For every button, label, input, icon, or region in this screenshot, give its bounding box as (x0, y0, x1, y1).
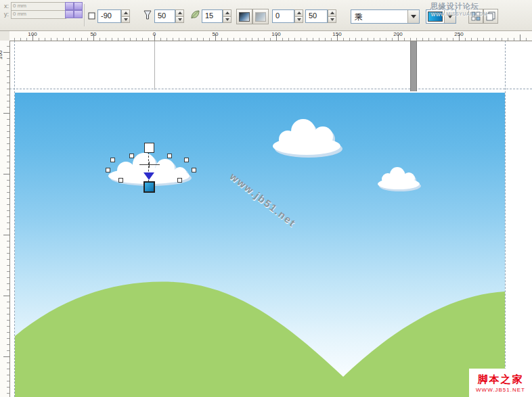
selection-handle[interactable] (129, 154, 134, 158)
midpoint-input[interactable]: 50 (154, 9, 175, 23)
ruler-label: 250 (452, 31, 466, 37)
vertical-guide-bar[interactable] (410, 41, 417, 91)
forum-name: 思缘设计论坛 (430, 1, 487, 11)
horizontal-ruler[interactable]: 100 50 0 50 100 150 200 250 (9, 30, 532, 41)
ruler-label: 50 (87, 31, 100, 37)
cloud-body[interactable] (378, 167, 420, 189)
ruler-label: 100 (26, 31, 39, 37)
forum-url: WWW.MISSYUAN.COM (430, 11, 487, 16)
spin-up-icon[interactable] (121, 9, 130, 17)
edit-transparency-button[interactable] (236, 9, 252, 24)
property-bar: x: 0 mm y: 0 mm -90 50 (0, 0, 532, 31)
page-edge-guide-right[interactable] (505, 41, 506, 397)
spin-up-icon[interactable] (223, 9, 231, 17)
spin-down-icon[interactable] (175, 17, 184, 24)
cloud-large[interactable] (269, 116, 345, 158)
end-transparency-field: 50 (305, 9, 336, 23)
drawing-page[interactable] (15, 93, 505, 397)
bleed-guide-horizontal[interactable] (9, 89, 532, 89)
position-preset-button[interactable] (74, 2, 83, 10)
feather-field: 15 (202, 9, 231, 23)
page-edge-guide-left[interactable] (14, 41, 15, 397)
copy-transparency-button[interactable] (252, 9, 269, 24)
spin-down-icon[interactable] (294, 17, 303, 24)
start-transparency-spinner (294, 9, 303, 23)
position-preset-button[interactable] (65, 2, 74, 10)
stacked-pages-icon (486, 11, 495, 21)
x-position-label: x: (4, 3, 9, 9)
gradient-angle-spinner (121, 9, 130, 23)
ruler-corner (0, 30, 10, 41)
ruler-label: 150 (330, 31, 344, 37)
cloud-body[interactable] (273, 119, 340, 155)
ruler-label: 0 (148, 31, 161, 37)
hill-shape[interactable] (15, 282, 505, 397)
spin-up-icon[interactable] (175, 9, 184, 17)
selection-handle[interactable] (106, 168, 110, 172)
transparency-midpoint-slider[interactable] (139, 164, 160, 165)
selection-handle[interactable] (184, 158, 189, 162)
midpoint-field: 50 (154, 9, 184, 23)
transparency-end-handle[interactable] (143, 181, 155, 193)
gradient-angle-field: -90 (97, 9, 130, 23)
position-preset-button[interactable] (74, 10, 83, 18)
selection-handle[interactable] (110, 158, 115, 162)
site-url: WWW.JB51.NET (476, 387, 525, 393)
ruler-label: 100 (269, 31, 283, 37)
ruler-label: 200 (391, 31, 405, 37)
selection-handle[interactable] (192, 168, 196, 172)
vertical-guideline[interactable] (154, 41, 155, 90)
selection-handle[interactable] (118, 178, 123, 183)
chevron-down-icon[interactable] (407, 10, 419, 23)
transparency-midpoint-tick (149, 162, 150, 168)
ruler-label: 50 (208, 31, 222, 37)
merge-mode-value: 乘 (351, 10, 407, 23)
spin-up-icon[interactable] (328, 9, 336, 17)
site-badge: 脚本之家 WWW.JB51.NET (469, 369, 532, 397)
y-position-field[interactable]: 0 mm (11, 10, 66, 19)
end-transparency-input[interactable]: 50 (305, 9, 328, 23)
merge-mode-dropdown[interactable]: 乘 (351, 9, 420, 24)
start-transparency-input[interactable]: 0 (272, 9, 294, 23)
gradient-square-disabled-icon (255, 12, 266, 22)
feather-input[interactable]: 15 (202, 9, 223, 23)
feather-leaf-icon (190, 9, 200, 22)
y-position-label: y: (4, 11, 9, 18)
spin-down-icon[interactable] (328, 17, 336, 24)
spin-down-icon[interactable] (121, 17, 130, 24)
midpoint-dropper-icon (143, 9, 152, 23)
vertical-ruler[interactable]: 100 (0, 41, 10, 397)
toolbar-separator (84, 4, 85, 26)
spin-down-icon[interactable] (223, 17, 231, 24)
position-preset-button[interactable] (65, 10, 74, 18)
hills-graphic[interactable] (15, 93, 505, 397)
ruler-label: 100 (0, 46, 11, 60)
site-name: 脚本之家 (478, 373, 524, 386)
gradient-angle-input[interactable]: -90 (97, 9, 121, 23)
selection-handle[interactable] (167, 154, 172, 158)
feather-spinner (223, 9, 231, 23)
gradient-square-icon (239, 12, 250, 22)
start-transparency-field: 0 (272, 9, 303, 23)
midpoint-spinner (175, 9, 184, 23)
spin-up-icon[interactable] (294, 9, 303, 17)
forum-watermark: 思缘设计论坛 WWW.MISSYUAN.COM (430, 1, 487, 16)
coreldraw-window: x: 0 mm y: 0 mm -90 50 (0, 0, 532, 397)
end-transparency-spinner (328, 9, 336, 23)
selection-handle[interactable] (177, 178, 182, 183)
transparency-target-icon (87, 11, 96, 23)
transparency-direction-arrow-icon (143, 172, 154, 180)
transparency-start-handle[interactable] (144, 143, 154, 153)
cloud-small[interactable] (376, 165, 422, 192)
